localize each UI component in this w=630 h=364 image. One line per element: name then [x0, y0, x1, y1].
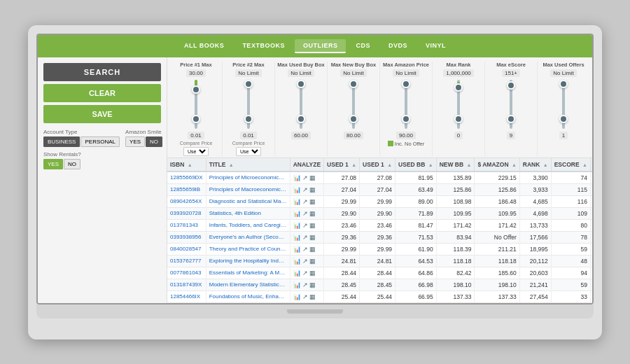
col-used1b[interactable]: USED 1 ▲: [360, 158, 396, 172]
cell-title[interactable]: Theory and Practice of Counselin...: [206, 243, 290, 255]
analyze-chart-icon[interactable]: 📊: [293, 210, 301, 217]
tab-dvds[interactable]: DVDS: [380, 39, 416, 53]
slider-escore-track[interactable]: [510, 80, 512, 129]
analyze-arrow-icon[interactable]: ↗: [302, 246, 308, 253]
cell-used1a: 29.90: [324, 207, 360, 219]
tab-vinyl[interactable]: VINYL: [417, 39, 454, 53]
analyze-chart-icon[interactable]: 📊: [293, 234, 301, 241]
search-button[interactable]: SEARCH: [43, 63, 161, 81]
analyze-chart-icon[interactable]: 📊: [293, 186, 301, 193]
col-escore[interactable]: ESCORE ▲: [551, 158, 590, 172]
tab-all-books[interactable]: ALL BOOKS: [176, 39, 232, 53]
analyze-arrow-icon[interactable]: ↗: [302, 210, 308, 217]
cell-isbn[interactable]: 0153762777: [167, 255, 206, 267]
analyze-arrow-icon[interactable]: ↗: [302, 270, 308, 276]
tab-cds[interactable]: CDS: [347, 39, 379, 53]
analyze-grid-icon[interactable]: ▦: [309, 186, 316, 193]
analyze-grid-icon[interactable]: ▦: [309, 281, 316, 288]
analyze-arrow-icon[interactable]: ↗: [302, 198, 308, 205]
cell-title[interactable]: Essentials of Marketing: A Marke...: [206, 267, 290, 279]
cell-title[interactable]: Exploring the Hospitality Indust...: [206, 255, 290, 267]
cell-isbn[interactable]: 013781343: [167, 219, 206, 231]
analyze-grid-icon[interactable]: ▦: [309, 210, 316, 217]
col-rank[interactable]: RANK ▲: [519, 158, 551, 172]
slider-amazon-price-track[interactable]: [405, 80, 407, 129]
save-button[interactable]: SAVE: [43, 105, 161, 123]
cell-isbn[interactable]: 12855669DX: [167, 172, 206, 184]
col-usedbb[interactable]: USED BB ▲: [396, 158, 437, 172]
rentals-no-btn[interactable]: NO: [64, 159, 80, 169]
cell-rank: 4,698: [519, 207, 551, 219]
analyze-grid-icon[interactable]: ▦: [309, 174, 316, 181]
col-isbn[interactable]: ISBN ▲: [167, 158, 206, 172]
cell-title[interactable]: Principles of Macroeconomics (Ma...: [206, 183, 290, 195]
slider-used-offers-track[interactable]: [562, 80, 565, 129]
analyze-chart-icon[interactable]: 📊: [293, 293, 301, 300]
analyze-grid-icon[interactable]: ▦: [309, 258, 316, 265]
smile-no-btn[interactable]: NO: [146, 136, 162, 147]
cell-usedbb: 61.90: [396, 243, 437, 255]
cell-title[interactable]: Infants, Toddlers, and Caregiver...: [206, 219, 290, 231]
slider-price2-track[interactable]: [247, 80, 250, 129]
rentals-yes-btn[interactable]: YES: [43, 159, 63, 169]
account-business-btn[interactable]: BUSINESS: [43, 136, 80, 147]
col-title[interactable]: TITLE ▲: [206, 158, 290, 172]
analyze-arrow-icon[interactable]: ↗: [302, 222, 308, 229]
slider-rank-track[interactable]: [457, 80, 460, 129]
analyze-arrow-icon[interactable]: ↗: [302, 281, 308, 288]
analyze-arrow-icon[interactable]: ↗: [302, 174, 308, 181]
tab-textbooks[interactable]: TEXTBOOKS: [234, 39, 293, 53]
col-amazon[interactable]: $ AMAZON ▲: [475, 158, 519, 172]
analyze-chart-icon[interactable]: 📊: [293, 270, 301, 276]
analyze-chart-icon[interactable]: 📊: [293, 246, 301, 253]
cell-title[interactable]: Statistics, 4th Edition: [206, 207, 290, 219]
cell-title[interactable]: Foundations of Music, Enhanced I...: [206, 290, 290, 302]
cell-isbn[interactable]: 12854466IX: [167, 290, 206, 302]
analyze-grid-icon[interactable]: ▦: [309, 198, 316, 205]
analyze-arrow-icon[interactable]: ↗: [302, 293, 308, 300]
analyze-grid-icon[interactable]: ▦: [309, 246, 316, 253]
analyze-chart-icon[interactable]: 📊: [293, 281, 301, 288]
analyze-grid-icon[interactable]: ▦: [309, 293, 316, 300]
cell-analyze: 📊 ↗ ▦: [290, 172, 323, 184]
cell-isbn[interactable]: 0393920728: [167, 207, 206, 219]
analyze-chart-icon[interactable]: 📊: [293, 198, 301, 205]
analyze-grid-icon[interactable]: ▦: [309, 222, 316, 229]
inc-no-offer-checkbox[interactable]: [388, 141, 393, 146]
cell-title[interactable]: Everyone's an Author (Second Edition): [206, 231, 290, 243]
analyze-arrow-icon[interactable]: ↗: [302, 258, 308, 265]
analyze-grid-icon[interactable]: ▦: [309, 234, 316, 241]
col-numused[interactable]: # USED ▲: [590, 158, 592, 172]
cell-isbn[interactable]: 089042654X: [167, 195, 206, 207]
analyze-chart-icon[interactable]: 📊: [293, 258, 301, 265]
tab-outliers[interactable]: OUTLIERS: [295, 39, 346, 53]
col-used1a[interactable]: USED 1 ▲: [324, 158, 360, 172]
analyze-chart-icon[interactable]: 📊: [293, 174, 301, 181]
col-analyze[interactable]: ANALYZE: [290, 158, 323, 172]
cell-newbb: 198.10: [436, 279, 475, 290]
account-personal-btn[interactable]: PERSONAL: [80, 136, 120, 147]
analyze-chart-icon[interactable]: 📊: [293, 222, 301, 229]
cell-isbn[interactable]: 0393938956: [167, 231, 206, 243]
slider-new-buybox-track[interactable]: [352, 80, 355, 129]
cell-title[interactable]: Principles of Microeconomics, 7t...: [206, 172, 290, 184]
slider-price1-minval: 0.01: [188, 132, 204, 139]
slider-price2-select[interactable]: Used 1: [236, 147, 261, 156]
slider-used-buybox-track[interactable]: [300, 80, 302, 129]
cell-title[interactable]: Diagnostic and Statistical Manua...: [206, 195, 290, 207]
cell-isbn[interactable]: 0077861043: [167, 267, 206, 279]
smile-yes-btn[interactable]: YES: [125, 136, 145, 147]
col-newbb[interactable]: NEW BB ▲: [436, 158, 475, 172]
slider-price1-track[interactable]: [195, 80, 197, 129]
analyze-grid-icon[interactable]: ▦: [309, 270, 316, 276]
clear-button[interactable]: CLEAR: [43, 84, 161, 102]
analyze-arrow-icon[interactable]: ↗: [302, 234, 308, 241]
cell-isbn[interactable]: 12855659IB: [167, 183, 206, 195]
cell-used1b: 23.46: [360, 219, 396, 231]
table-row: 0840028547 Theory and Practice of Counse…: [167, 243, 592, 255]
slider-price1-select[interactable]: Used 1: [183, 147, 209, 156]
cell-isbn[interactable]: 013187439X: [167, 279, 206, 290]
analyze-arrow-icon[interactable]: ↗: [302, 186, 308, 193]
cell-title[interactable]: Modern Elementary Statistics (S...: [206, 279, 290, 290]
cell-isbn[interactable]: 0840028547: [167, 243, 206, 255]
